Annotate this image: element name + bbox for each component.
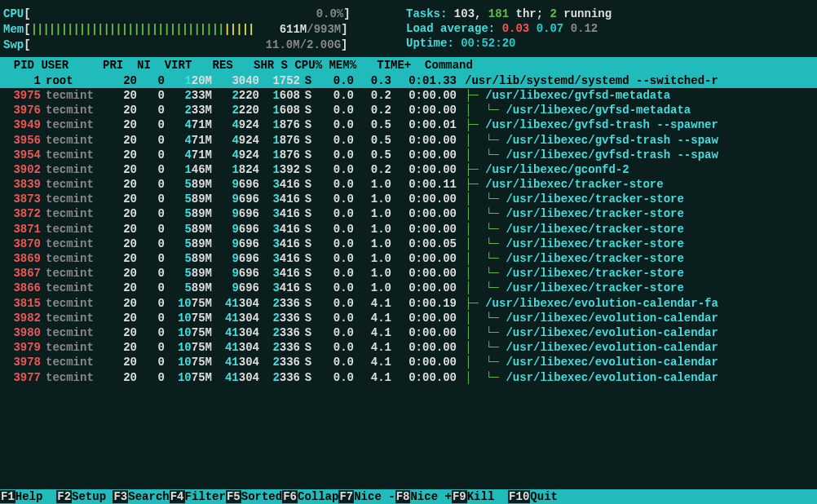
faction-help[interactable]: Help [15,490,56,503]
table-row[interactable]: 3866tecmint200589M96963416S0.01.00:00.00… [0,281,817,295]
faction-search[interactable]: Search [128,490,169,503]
stats-block: Tasks: 103, 181 thr; 2 running Load aver… [406,7,612,51]
table-row[interactable]: 3872tecmint200589M96963416S0.01.00:00.00… [0,206,817,221]
table-row[interactable]: 3977tecmint2001075M413042336S0.04.10:00.… [0,370,817,385]
table-row[interactable]: 3867tecmint200589M96963416S0.01.00:00.00… [0,266,817,281]
function-key-bar: F1Help F2Setup F3SearchF4FilterF5SortedF… [0,489,817,504]
table-row[interactable]: 3815tecmint2001075M413042336S0.04.10:00.… [0,296,817,311]
table-row[interactable]: 3976tecmint200233M22201608S0.00.20:00.00… [0,103,817,117]
faction-nice--[interactable]: Nice - [354,490,395,503]
fkey-f7[interactable]: F7 [338,490,354,503]
table-row[interactable]: 3956tecmint200471M49241876S0.00.50:00.00… [0,133,817,148]
table-row[interactable]: 3978tecmint2001075M413042336S0.04.10:00.… [0,355,817,369]
table-row[interactable]: 3982tecmint2001075M413042336S0.04.10:00.… [0,311,817,325]
table-row[interactable]: 3873tecmint200589M96963416S0.01.00:00.00… [0,192,817,206]
process-table[interactable]: 1root200120M30401752S0.00.30:01.33/usr/l… [0,73,817,385]
cpu-label: CPU [3,7,24,21]
table-row[interactable]: 3949tecmint200471M49241876S0.00.50:00.01… [0,117,817,132]
mem-label: Mem [3,22,24,37]
column-header[interactable]: PID USER PRI NI VIRT RES SHR S CPU% MEM%… [0,57,817,73]
fkey-f4[interactable]: F4 [170,490,185,503]
fkey-f3[interactable]: F3 [113,490,128,503]
faction-nice-+[interactable]: Nice + [410,490,451,503]
faction-collap[interactable]: Collap [298,490,338,503]
table-row[interactable]: 3954tecmint200471M49241876S0.00.50:00.00… [0,148,817,162]
fkey-f1[interactable]: F1 [0,490,15,503]
faction-setup[interactable]: Setup [72,490,113,503]
fkey-f8[interactable]: F8 [395,490,411,503]
table-row[interactable]: 1root200120M30401752S0.00.30:01.33/usr/l… [0,73,817,88]
load-label: Load average: [406,22,495,35]
system-header: CPU[0.0%] Mem[||||||||||||||||||||||||||… [0,0,817,57]
fkey-f10[interactable]: F10 [508,490,530,503]
fkey-f2[interactable]: F2 [56,490,72,503]
faction-sorted[interactable]: Sorted [241,490,282,503]
swp-label: Swp [3,38,24,52]
tasks-label: Tasks: [406,7,447,20]
fkey-f5[interactable]: F5 [226,490,241,503]
table-row[interactable]: 3870tecmint200589M96963416S0.01.00:00.05… [0,237,817,251]
table-row[interactable]: 3980tecmint2001075M413042336S0.04.10:00.… [0,325,817,340]
fkey-f6[interactable]: F6 [282,490,298,503]
table-row[interactable]: 3975tecmint200233M22201608S0.00.20:00.00… [0,88,817,103]
fkey-f9[interactable]: F9 [452,490,467,503]
faction-kill[interactable]: Kill [467,490,508,503]
table-row[interactable]: 3839tecmint200589M96963416S0.01.00:00.11… [0,177,817,192]
table-row[interactable]: 3871tecmint200589M96963416S0.01.00:00.00… [0,222,817,237]
faction-filter[interactable]: Filter [185,490,226,503]
table-row[interactable]: 3869tecmint200589M96963416S0.01.00:00.00… [0,251,817,266]
uptime-label: Uptime: [406,37,454,50]
faction-quit[interactable]: Quit [530,490,558,503]
table-row[interactable]: 3979tecmint2001075M413042336S0.04.10:00.… [0,340,817,355]
table-row[interactable]: 3902tecmint200146M18241392S0.00.20:00.00… [0,162,817,177]
